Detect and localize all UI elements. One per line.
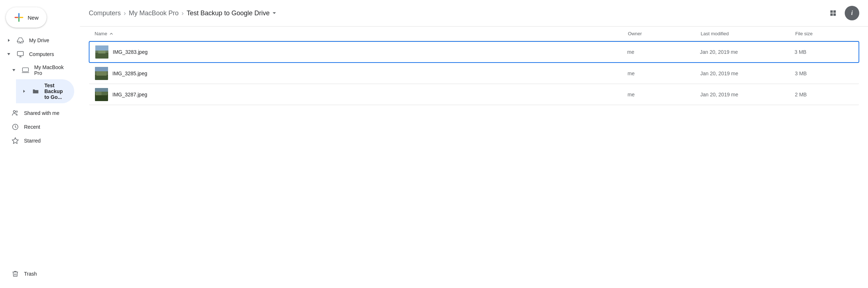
sidebar-item-my-drive-label: My Drive bbox=[29, 37, 49, 43]
sidebar-item-recent[interactable]: Recent bbox=[0, 120, 74, 134]
breadcrumb-separator-2: › bbox=[182, 9, 184, 17]
breadcrumb-dropdown-icon[interactable] bbox=[271, 10, 278, 16]
file-thumb-img3287 bbox=[95, 88, 108, 101]
file-owner-img3287: me bbox=[628, 92, 700, 97]
file-name-cell-img3287: IMG_3287.jpeg bbox=[95, 88, 628, 101]
info-icon: i bbox=[851, 10, 853, 16]
sidebar-item-macbook-label: My MacBook Pro bbox=[34, 64, 68, 76]
file-owner-img3283: me bbox=[627, 49, 700, 55]
svg-rect-21 bbox=[833, 13, 836, 16]
sidebar-bottom: Trash bbox=[0, 267, 80, 284]
breadcrumb-current[interactable]: Test Backup to Google Drive bbox=[187, 9, 278, 17]
info-button[interactable]: i bbox=[845, 6, 859, 20]
file-name-cell-img3283: IMG_3283.jpeg bbox=[95, 45, 627, 59]
breadcrumb-computers[interactable]: Computers bbox=[89, 9, 121, 17]
col-name-label: Name bbox=[95, 31, 107, 36]
grid-icon bbox=[829, 9, 837, 17]
svg-rect-29 bbox=[95, 67, 108, 71]
file-size-img3285: 3 MB bbox=[795, 71, 853, 76]
svg-marker-16 bbox=[12, 138, 19, 144]
breadcrumb: Computers › My MacBook Pro › Test Backup… bbox=[89, 9, 278, 17]
sidebar-item-trash-label: Trash bbox=[24, 271, 37, 277]
breadcrumb-macbook[interactable]: My MacBook Pro bbox=[129, 9, 179, 17]
svg-marker-4 bbox=[8, 39, 10, 42]
file-size-img3287: 2 MB bbox=[795, 92, 853, 97]
sidebar-item-my-drive[interactable]: My Drive bbox=[0, 33, 74, 47]
svg-point-14 bbox=[16, 111, 17, 112]
main-content: Computers › My MacBook Pro › Test Backup… bbox=[80, 0, 868, 288]
sidebar-item-test-backup[interactable]: Test Backup to Go... bbox=[16, 79, 74, 103]
sidebar-item-recent-label: Recent bbox=[24, 124, 40, 130]
expand-icon-macbook bbox=[11, 67, 17, 73]
file-size-img3283: 3 MB bbox=[795, 49, 853, 55]
file-row-img3287[interactable]: IMG_3287.jpeg me Jan 20, 2019 me 2 MB bbox=[89, 84, 859, 105]
folder-icon bbox=[32, 88, 39, 95]
file-name-img3287: IMG_3287.jpeg bbox=[112, 92, 147, 97]
sidebar: New My Drive bbox=[0, 0, 80, 288]
sidebar-item-computers[interactable]: Computers bbox=[0, 47, 74, 61]
new-button-label: New bbox=[28, 15, 39, 21]
star-icon bbox=[12, 137, 19, 144]
breadcrumb-current-label: Test Backup to Google Drive bbox=[187, 9, 270, 17]
col-header-name[interactable]: Name bbox=[95, 31, 628, 36]
sidebar-item-shared-label: Shared with me bbox=[24, 110, 59, 116]
plus-icon bbox=[14, 12, 24, 23]
breadcrumb-separator-1: › bbox=[124, 9, 126, 17]
sidebar-item-computers-label: Computers bbox=[29, 51, 54, 57]
sidebar-nav: My Drive Computers bbox=[0, 33, 80, 267]
file-list-container: Name Owner Last modified File size bbox=[80, 27, 868, 288]
people-icon bbox=[12, 109, 19, 117]
laptop-icon bbox=[22, 67, 29, 74]
file-modified-img3287: Jan 20, 2019 me bbox=[700, 92, 795, 97]
sidebar-item-trash[interactable]: Trash bbox=[0, 267, 74, 281]
grid-view-button[interactable] bbox=[826, 6, 840, 20]
file-row-img3283[interactable]: IMG_3283.jpeg me Jan 20, 2019 me 3 MB bbox=[89, 41, 859, 63]
svg-rect-27 bbox=[95, 75, 108, 80]
col-header-file-size: File size bbox=[795, 31, 853, 36]
col-header-owner: Owner bbox=[628, 31, 701, 36]
macbook-sub: Test Backup to Go... bbox=[6, 79, 80, 103]
svg-rect-31 bbox=[95, 95, 108, 101]
header-actions: i bbox=[826, 6, 859, 20]
sort-up-icon bbox=[109, 31, 114, 36]
computers-sub: My MacBook Pro Test Backup to Go... bbox=[0, 61, 80, 103]
expand-icon-computers bbox=[6, 51, 12, 57]
file-name-cell-img3285: IMG_3285.jpeg bbox=[95, 67, 628, 80]
file-modified-img3283: Jan 20, 2019 me bbox=[700, 49, 795, 55]
svg-rect-34 bbox=[95, 88, 108, 92]
breadcrumb-bar: Computers › My MacBook Pro › Test Backup… bbox=[80, 0, 868, 27]
expand-icon-my-drive bbox=[6, 37, 12, 43]
file-owner-img3285: me bbox=[628, 71, 700, 76]
svg-rect-20 bbox=[831, 13, 833, 16]
trash-icon bbox=[12, 270, 19, 277]
file-thumb-img3283 bbox=[95, 45, 108, 59]
svg-rect-19 bbox=[833, 11, 836, 13]
file-row-img3285[interactable]: IMG_3285.jpeg me Jan 20, 2019 me 3 MB bbox=[89, 63, 859, 84]
expand-icon-test-backup bbox=[21, 88, 27, 94]
svg-rect-18 bbox=[831, 11, 833, 13]
col-header-last-modified: Last modified bbox=[701, 31, 795, 36]
file-name-img3285: IMG_3285.jpeg bbox=[112, 71, 147, 76]
svg-marker-9 bbox=[12, 69, 15, 71]
sidebar-item-shared-with-me[interactable]: Shared with me bbox=[0, 106, 74, 120]
svg-rect-6 bbox=[17, 52, 24, 56]
sidebar-item-my-macbook-pro[interactable]: My MacBook Pro bbox=[6, 61, 74, 79]
svg-rect-23 bbox=[95, 53, 108, 59]
svg-marker-17 bbox=[273, 12, 276, 14]
svg-rect-10 bbox=[23, 68, 29, 72]
file-thumb-img3285 bbox=[95, 67, 108, 80]
svg-rect-25 bbox=[95, 45, 108, 51]
svg-marker-12 bbox=[23, 90, 25, 93]
new-button[interactable]: New bbox=[6, 7, 47, 28]
sidebar-item-starred-label: Starred bbox=[24, 138, 41, 144]
sidebar-item-test-backup-label: Test Backup to Go... bbox=[44, 83, 68, 100]
svg-point-13 bbox=[13, 111, 16, 113]
clock-icon bbox=[12, 123, 19, 131]
file-modified-img3285: Jan 20, 2019 me bbox=[700, 71, 795, 76]
sidebar-item-starred[interactable]: Starred bbox=[0, 134, 74, 148]
svg-marker-5 bbox=[7, 53, 10, 55]
computers-icon bbox=[17, 51, 24, 58]
file-name-img3283: IMG_3283.jpeg bbox=[113, 49, 148, 55]
drive-icon bbox=[17, 37, 24, 44]
file-list-header: Name Owner Last modified File size bbox=[89, 27, 859, 41]
